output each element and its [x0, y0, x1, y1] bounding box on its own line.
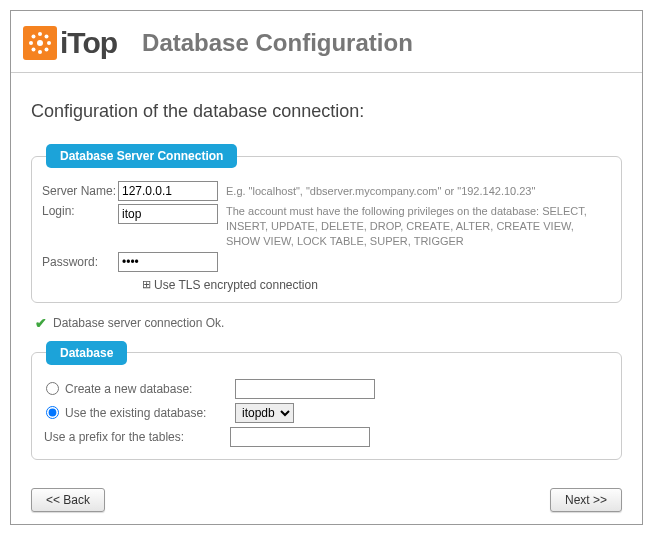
- create-db-radio[interactable]: [46, 382, 59, 395]
- login-hint: The account must have the following priv…: [226, 204, 611, 249]
- back-button[interactable]: << Back: [31, 488, 105, 512]
- svg-point-6: [45, 35, 49, 39]
- create-db-input[interactable]: [235, 379, 375, 399]
- wizard-window: iTop Database Configuration Configuratio…: [10, 10, 643, 525]
- server-label: Server Name:: [42, 184, 118, 198]
- password-label: Password:: [42, 255, 118, 269]
- database-fieldset: Database Create a new database: Use the …: [31, 341, 622, 460]
- password-input[interactable]: [118, 252, 218, 272]
- next-button[interactable]: Next >>: [550, 488, 622, 512]
- svg-point-4: [47, 41, 51, 45]
- database-legend: Database: [46, 341, 127, 365]
- row-use-db: Use the existing database: itopdb: [42, 403, 611, 423]
- subheading: Configuration of the database connection…: [31, 101, 622, 122]
- svg-point-5: [32, 35, 36, 39]
- status-text: Database server connection Ok.: [53, 316, 224, 330]
- header: iTop Database Configuration: [11, 11, 642, 73]
- check-icon: ✔: [35, 315, 47, 331]
- expand-icon: ⊞: [142, 278, 151, 291]
- login-input[interactable]: [118, 204, 218, 224]
- logo-text: iTop: [60, 26, 117, 60]
- use-db-label: Use the existing database:: [65, 406, 235, 420]
- connection-status: ✔ Database server connection Ok.: [35, 315, 622, 331]
- svg-point-8: [45, 48, 49, 52]
- row-prefix: Use a prefix for the tables:: [42, 427, 611, 447]
- row-login: Login: The account must have the followi…: [42, 204, 611, 249]
- logo: iTop: [23, 26, 117, 60]
- content: Configuration of the database connection…: [11, 73, 642, 482]
- create-db-label: Create a new database:: [65, 382, 235, 396]
- server-connection-fieldset: Database Server Connection Server Name: …: [31, 144, 622, 303]
- row-create-db: Create a new database:: [42, 379, 611, 399]
- server-connection-legend: Database Server Connection: [46, 144, 237, 168]
- login-label: Login:: [42, 204, 118, 218]
- tls-toggle[interactable]: ⊞ Use TLS encrypted connection: [142, 278, 611, 292]
- svg-point-1: [38, 32, 42, 36]
- use-db-radio[interactable]: [46, 406, 59, 419]
- use-db-select[interactable]: itopdb: [235, 403, 294, 423]
- prefix-input[interactable]: [230, 427, 370, 447]
- svg-point-2: [38, 50, 42, 54]
- tls-label: Use TLS encrypted connection: [154, 278, 318, 292]
- svg-point-7: [32, 48, 36, 52]
- row-server: Server Name: E.g. "localhost", "dbserver…: [42, 181, 611, 201]
- logo-icon: [23, 26, 57, 60]
- svg-point-0: [37, 40, 43, 46]
- server-input[interactable]: [118, 181, 218, 201]
- server-hint: E.g. "localhost", "dbserver.mycompany.co…: [226, 184, 611, 199]
- svg-point-3: [29, 41, 33, 45]
- row-password: Password:: [42, 252, 611, 272]
- prefix-label: Use a prefix for the tables:: [44, 430, 230, 444]
- nav-row: << Back Next >>: [11, 482, 642, 512]
- page-title: Database Configuration: [142, 29, 413, 57]
